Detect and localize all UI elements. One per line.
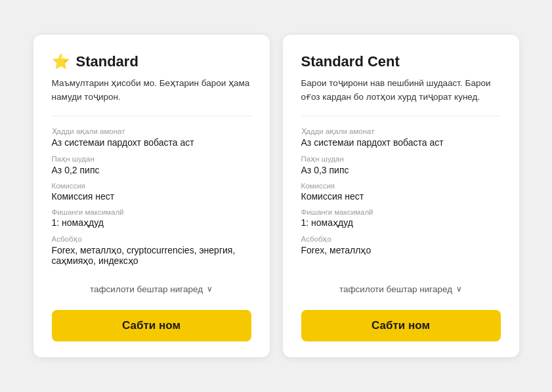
feature-item: Паҳн шуданАз 0,3 пипс: [301, 154, 501, 175]
feature-label: Фишанги максималй: [301, 208, 501, 216]
feature-value: Аз 0,2 пипс: [52, 165, 251, 175]
bottom-section: тафсилоти беш­тар нигаред∨Сабти ном: [52, 278, 251, 341]
divider: [52, 116, 251, 116]
bottom-section: тафсилоти беш­тар нигаред∨Сабти ном: [301, 278, 501, 341]
feature-value: Аз системаи пардохт вобаста аст: [301, 137, 501, 148]
feature-item: КомиссияКомиссия нест: [301, 182, 501, 202]
feature-value: Forex, металлҳо: [301, 245, 501, 255]
card-subtitle: Барои тоҷирони нав пешбинй шудааст. Баро…: [301, 77, 501, 104]
details-link[interactable]: тафсилоти беш­тар нигаред∨: [52, 278, 251, 301]
feature-item: Фишанги максималй1: номаҳдуд: [52, 208, 251, 228]
feature-item: АсбобҳоForex, металлҳо, cryptocurrencies…: [52, 234, 251, 266]
feature-label: Асбобҳо: [52, 234, 251, 244]
feature-item: Ҳадди ақали амонатАз системаи пардохт во…: [52, 127, 251, 148]
details-link-text: тафсилоти беш­тар нигаред: [339, 284, 452, 294]
card-header: Standard Cent: [301, 53, 501, 70]
feature-label: Комиссия: [301, 182, 501, 190]
feature-item: АсбобҳоForex, металлҳо: [301, 234, 501, 255]
feature-item: КомиссияКомиссия нест: [52, 182, 251, 202]
feature-label: Ҳадди ақали амонат: [52, 127, 251, 136]
details-link-text: тафсилоти беш­тар нигаред: [90, 284, 203, 294]
feature-label: Комиссия: [52, 182, 251, 190]
divider: [301, 116, 501, 116]
feature-label: Паҳн шудан: [301, 154, 501, 163]
feature-label: Паҳн шудан: [52, 154, 251, 163]
features-list: Ҳадди ақали амонатАз системаи пардохт во…: [52, 127, 251, 266]
feature-value: 1: номаҳдуд: [52, 217, 251, 228]
feature-value: 1: номаҳдуд: [301, 217, 501, 228]
card-standard-cent: Standard CentБарои тоҷирони нав пешбинй …: [283, 35, 519, 357]
feature-item: Ҳадди ақали амонатАз системаи пардохт во…: [301, 127, 501, 148]
card-title: Standard Cent: [301, 53, 400, 70]
star-icon: ⭐: [52, 54, 70, 69]
feature-value: Аз 0,3 пипс: [301, 165, 501, 175]
card-standard: ⭐StandardМаъмултарин ҳисоби мо. Беҳтарин…: [33, 35, 270, 357]
register-button[interactable]: Сабти ном: [301, 310, 501, 341]
feature-value: Аз системаи пардохт вобаста аст: [52, 137, 251, 148]
chevron-down-icon: ∨: [456, 284, 462, 294]
feature-label: Асбобҳо: [301, 234, 501, 244]
feature-value: Forex, металлҳо, cryptocurrencies, энерг…: [52, 245, 251, 266]
feature-value: Комиссия нест: [301, 191, 501, 202]
cards-container: ⭐StandardМаъмултарин ҳисоби мо. Беҳтарин…: [14, 15, 539, 377]
chevron-down-icon: ∨: [207, 284, 213, 294]
features-list: Ҳадди ақали амонатАз системаи пардохт во…: [301, 127, 501, 255]
feature-item: Фишанги максималй1: номаҳдуд: [301, 208, 501, 228]
card-subtitle: Маъмултарин ҳисоби мо. Беҳтарин барои ҳа…: [52, 77, 251, 104]
feature-label: Ҳадди ақали амонат: [301, 127, 501, 136]
details-link[interactable]: тафсилоти беш­тар нигаред∨: [301, 278, 501, 301]
card-header: ⭐Standard: [52, 53, 251, 70]
feature-item: Паҳн шуданАз 0,2 пипс: [52, 154, 251, 175]
feature-label: Фишанги максималй: [52, 208, 251, 216]
feature-value: Комиссия нест: [52, 191, 251, 202]
register-button[interactable]: Сабти ном: [52, 310, 251, 341]
card-title: Standard: [76, 53, 138, 70]
